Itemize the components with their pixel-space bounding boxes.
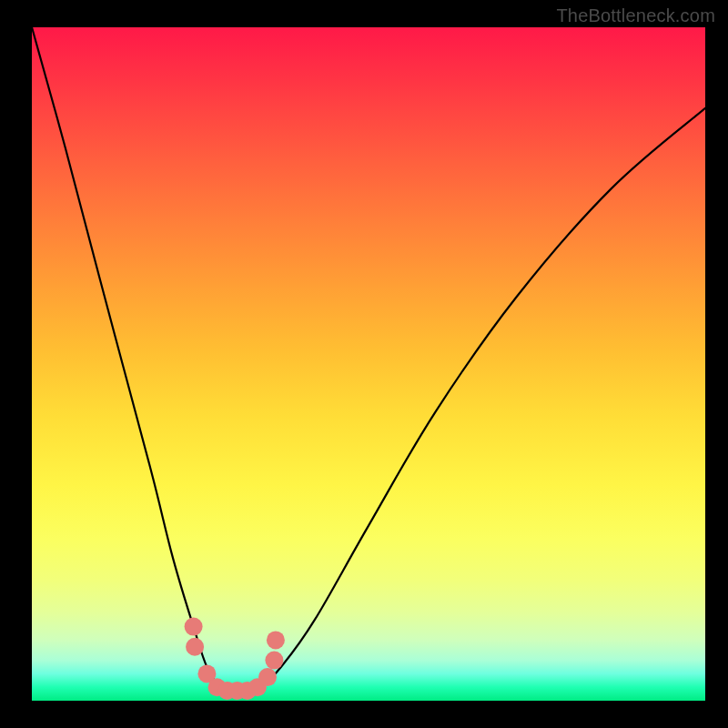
bottleneck-curve-path [32, 27, 705, 695]
chart-frame: TheBottleneck.com [0, 0, 728, 728]
trough-marker-dot [267, 631, 285, 649]
watermark-text: TheBottleneck.com [556, 5, 715, 26]
trough-marker-dot [186, 638, 204, 656]
trough-marker-dot [265, 652, 283, 670]
trough-markers [185, 618, 285, 700]
curve-svg [32, 27, 705, 701]
trough-marker-dot [185, 618, 203, 636]
plot-area [32, 27, 705, 701]
trough-marker-dot [258, 668, 277, 686]
